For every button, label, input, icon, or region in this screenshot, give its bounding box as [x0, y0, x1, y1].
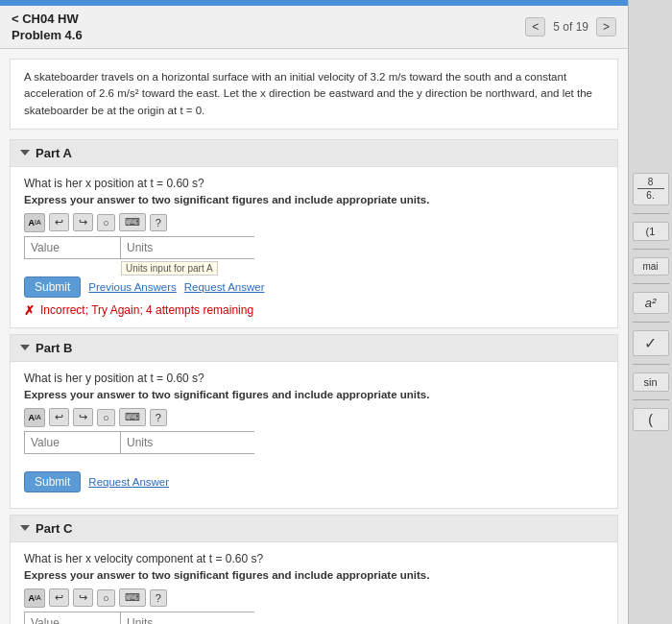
superscript-sidebar-item[interactable]: a² — [633, 292, 669, 314]
problem-title: Problem 4.6 — [12, 28, 83, 42]
reset-btn-b[interactable]: ○ — [97, 409, 115, 426]
redo-btn-a[interactable]: ↪ — [73, 213, 93, 231]
part-b-request-answer[interactable]: Request Answer — [88, 476, 169, 488]
part-c-value-input[interactable] — [25, 612, 121, 624]
part-b-units-input[interactable] — [121, 432, 255, 453]
collapse-icon-b — [20, 345, 30, 350]
breadcrumb[interactable]: < CH04 HW — [12, 12, 83, 26]
part-c-instruction: Express your answer to two significant f… — [24, 569, 604, 581]
part-b-header[interactable]: Part B — [11, 335, 617, 362]
part-b-submit[interactable]: Submit — [24, 471, 81, 492]
part-a-header[interactable]: Part A — [11, 140, 617, 167]
part-c-body: What is her x velocity component at t = … — [11, 542, 617, 624]
help-btn-c[interactable]: ? — [150, 589, 167, 607]
reset-btn-c[interactable]: ○ — [97, 589, 115, 607]
sidebar-divider-4 — [633, 322, 669, 323]
help-btn-a[interactable]: ? — [150, 214, 167, 231]
part-a-question: What is her x position at t = 0.60 s? — [24, 177, 604, 190]
nav-controls: < 5 of 19 > — [525, 17, 616, 36]
error-icon-a: ✗ — [24, 303, 35, 318]
page-indicator: 5 of 19 — [553, 20, 588, 34]
part-a-error: ✗ Incorrect; Try Again; 4 attempts remai… — [24, 303, 604, 318]
error-text-a: Incorrect; Try Again; 4 attempts remaini… — [40, 303, 253, 317]
part-c-section: Part C What is her x velocity component … — [10, 515, 618, 624]
part-b-action-row: Submit Request Answer — [24, 471, 604, 492]
part-a-submit[interactable]: Submit — [24, 276, 81, 298]
reset-btn-a[interactable]: ○ — [97, 214, 115, 231]
part-a-value-input[interactable] — [25, 237, 121, 258]
sidebar-divider-3 — [633, 283, 669, 284]
part-c-input-row — [24, 612, 254, 624]
help-btn-b[interactable]: ? — [150, 409, 167, 426]
part-a-toolbar: A IA ↩ ↪ ○ ⌨ ? — [24, 213, 604, 232]
part-a-label: Part A — [36, 146, 72, 160]
part-b-input-row — [24, 431, 254, 454]
redo-btn-c[interactable]: ↪ — [73, 588, 93, 607]
part-b-question: What is her y position at t = 0.60 s? — [24, 372, 604, 385]
part-a-prev-answers[interactable]: Previous Answers — [88, 281, 176, 293]
prev-button[interactable]: < — [525, 17, 545, 36]
open-paren-sidebar-item[interactable]: ( — [633, 408, 669, 431]
sidebar-divider-6 — [633, 399, 669, 400]
undo-btn-c[interactable]: ↩ — [49, 588, 69, 607]
description-text: A skateboarder travels on a horizontal s… — [24, 71, 592, 116]
format-icon-b[interactable]: A IA — [24, 408, 45, 427]
part-c-label: Part C — [36, 521, 72, 536]
collapse-icon-c — [20, 525, 30, 531]
part-a-request-answer[interactable]: Request Answer — [184, 281, 265, 293]
next-button[interactable]: > — [596, 17, 616, 36]
paren-sidebar-item[interactable]: (1 — [633, 222, 669, 241]
redo-btn-b[interactable]: ↪ — [73, 408, 93, 426]
keyboard-btn-c[interactable]: ⌨ — [119, 588, 146, 607]
part-c-header[interactable]: Part C — [11, 516, 617, 542]
part-a-action-row: Submit Previous Answers Request Answer — [24, 276, 604, 298]
header: < CH04 HW Problem 4.6 < 5 of 19 > — [0, 6, 628, 49]
part-c-question: What is her x velocity component at t = … — [24, 552, 604, 565]
units-tooltip-a: Units input for part A — [121, 261, 218, 276]
undo-btn-a[interactable]: ↩ — [49, 213, 69, 231]
problem-area: A skateboarder travels on a horizontal s… — [0, 49, 628, 624]
part-a-body: What is her x position at t = 0.60 s? Ex… — [11, 167, 617, 327]
part-a-instruction: Express your answer to two significant f… — [24, 194, 604, 205]
part-b-section: Part B What is her y position at t = 0.6… — [10, 334, 618, 509]
sidebar-divider-2 — [633, 249, 669, 250]
part-b-toolbar: A IA ↩ ↪ ○ ⌨ ? — [24, 408, 604, 427]
part-a-units-input[interactable] — [121, 237, 255, 258]
fraction-sidebar-item[interactable]: 86. — [633, 173, 669, 205]
part-b-instruction: Express your answer to two significant f… — [24, 389, 604, 400]
format-icon-a[interactable]: A IA — [24, 213, 45, 232]
problem-description: A skateboarder travels on a horizontal s… — [10, 59, 618, 130]
sidebar-divider-1 — [633, 213, 669, 214]
right-sidebar: 86. (1 mai a² ✓ sin ( — [628, 0, 672, 624]
collapse-icon-a — [20, 150, 30, 156]
part-a-section: Part A What is her x position at t = 0.6… — [10, 139, 618, 328]
sin-sidebar-item[interactable]: sin — [633, 372, 669, 392]
undo-btn-b[interactable]: ↩ — [49, 408, 69, 426]
check-sidebar-item[interactable]: ✓ — [633, 330, 669, 356]
keyboard-btn-b[interactable]: ⌨ — [119, 408, 146, 426]
sidebar-divider-5 — [633, 364, 669, 365]
part-b-body: What is her y position at t = 0.60 s? Ex… — [11, 362, 617, 508]
format-icon-c[interactable]: A IA — [24, 588, 45, 608]
part-c-units-input[interactable] — [121, 612, 255, 624]
part-a-input-row: Units input for part A — [24, 236, 254, 259]
part-b-value-input[interactable] — [25, 432, 121, 453]
part-c-toolbar: A IA ↩ ↪ ○ ⌨ ? — [24, 588, 604, 608]
part-b-label: Part B — [36, 341, 72, 355]
keyboard-btn-a[interactable]: ⌨ — [119, 213, 146, 231]
mai-sidebar-item[interactable]: mai — [633, 257, 669, 276]
